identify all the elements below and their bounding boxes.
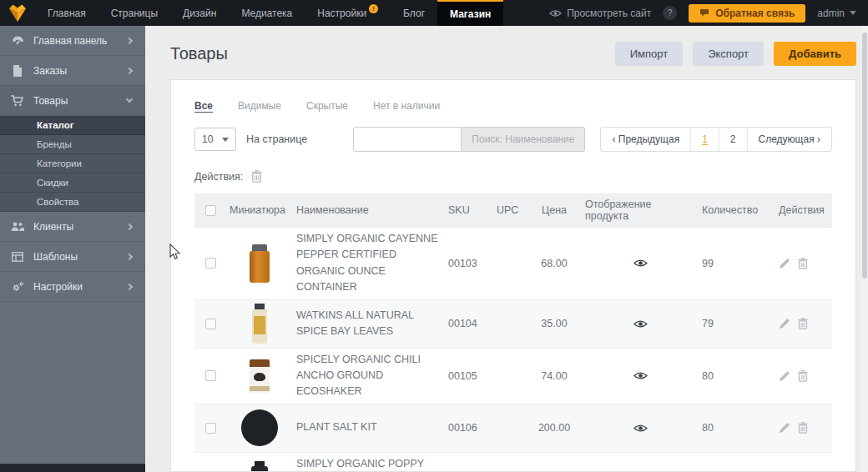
templates-icon [11, 252, 24, 262]
page-title: Товары [170, 44, 228, 63]
products-submenu: Каталог Бренды Категории Скидки Свойства [0, 116, 145, 212]
scrollbar-thumb[interactable] [862, 33, 867, 279]
delete-trash-icon[interactable] [798, 422, 808, 434]
sidebar-item-products[interactable]: Товары [0, 86, 145, 116]
visibility-eye-icon[interactable] [633, 371, 648, 380]
bulk-delete-button[interactable] [251, 170, 262, 183]
submenu-item-properties[interactable]: Свойства [0, 193, 145, 212]
pagination-next[interactable]: Следующая › [747, 128, 831, 151]
edit-pencil-icon[interactable] [779, 370, 790, 382]
logo[interactable] [0, 0, 35, 26]
delete-trash-icon[interactable] [798, 318, 808, 329]
help-button[interactable]: ? [663, 6, 677, 20]
view-site-link[interactable]: Просмотреть сайт [549, 8, 651, 19]
chevron-right-icon [126, 223, 133, 229]
edit-pencil-icon[interactable] [779, 318, 790, 329]
sidebar-item-label: Товары [33, 95, 118, 107]
view-site-label: Просмотреть сайт [567, 8, 651, 19]
col-header-price: Цена [527, 201, 582, 219]
product-thumbnail[interactable] [252, 304, 267, 344]
tab-visible[interactable]: Видимые [238, 100, 281, 112]
main-content: Товары Импорт Экспорт Добавить Все Видим… [145, 26, 868, 472]
nav-item-design[interactable]: Дизайн [170, 0, 229, 26]
row-checkbox[interactable] [205, 423, 216, 434]
product-thumbnail[interactable] [251, 461, 268, 472]
delete-trash-icon[interactable] [798, 370, 808, 382]
customers-icon [11, 221, 24, 232]
tab-all[interactable]: Все [194, 100, 213, 112]
add-button[interactable]: Добавить [774, 42, 856, 66]
select-all-checkbox[interactable] [205, 205, 216, 216]
col-header-quantity: Количество [699, 201, 775, 219]
cart-icon [11, 95, 24, 107]
sidebar-item-dashboard[interactable]: Главная панель [0, 26, 145, 56]
pagination-prev[interactable]: ‹ Предыдущая [601, 128, 690, 151]
tab-hidden[interactable]: Скрытые [306, 100, 348, 112]
feedback-button[interactable]: Обратная связь [689, 4, 805, 23]
eye-icon [549, 9, 562, 18]
product-thumbnail[interactable] [241, 409, 278, 446]
sidebar-footer[interactable] [0, 464, 145, 472]
col-header-display: Отображение продукта [582, 195, 699, 225]
col-header-sku: SKU [445, 201, 493, 219]
col-header-name: Наименование [293, 201, 445, 219]
product-thumbnail[interactable] [249, 244, 270, 283]
settings-gears-icon [11, 281, 24, 293]
per-page-select[interactable]: 10 [194, 128, 236, 151]
export-button[interactable]: Экспорт [693, 42, 764, 66]
chevron-right-icon [126, 253, 133, 259]
product-name: SIMPLY ORGANIC CAYENNE PEPPER CERTIFIED … [293, 228, 445, 299]
submenu-item-discounts[interactable]: Скидки [0, 173, 145, 193]
edit-pencil-icon[interactable] [779, 422, 790, 434]
product-sku: 00104 [445, 314, 493, 333]
col-header-thumbnail: Миниатюра [226, 201, 293, 219]
submenu-item-brands[interactable]: Бренды [0, 135, 145, 154]
product-name: SIMPLY ORGANIC POPPY SEED WHOLE CERTIFIE… [293, 453, 445, 472]
nav-item-home[interactable]: Главная [35, 0, 98, 26]
submenu-item-catalog[interactable]: Каталог [0, 116, 145, 135]
trash-icon [251, 170, 262, 183]
import-button[interactable]: Импорт [615, 42, 683, 66]
row-checkbox[interactable] [205, 319, 216, 329]
vertical-scrollbar[interactable] [861, 26, 868, 472]
top-navbar: Главная Страницы Дизайн Медиатека Настро… [0, 0, 868, 26]
tab-out-of-stock[interactable]: Нет в наличии [373, 100, 440, 112]
nav-item-pages[interactable]: Страницы [98, 0, 170, 26]
sidebar-item-label: Клиенты [33, 221, 118, 233]
username: admin [817, 8, 845, 19]
search-button[interactable]: Поиск: Наименование [462, 127, 585, 152]
navbar-right: Просмотреть сайт ? Обратная связь admin [549, 0, 868, 26]
sidebar-item-settings[interactable]: Настройки [0, 272, 145, 302]
row-checkbox[interactable] [205, 370, 216, 381]
admin-screen: Главная Страницы Дизайн Медиатека Настро… [0, 0, 868, 472]
pagination-page-1[interactable]: 1 [690, 128, 719, 151]
product-quantity: 80 [699, 419, 775, 437]
pagination-page-2[interactable]: 2 [719, 128, 747, 151]
search-input[interactable] [353, 127, 462, 152]
heart-logo-icon [7, 3, 28, 23]
submenu-item-label: Категории [37, 158, 82, 168]
sidebar-item-templates[interactable]: Шаблоны [0, 242, 145, 272]
nav-item-settings[interactable]: Настройки! [305, 0, 391, 26]
nav-item-shop[interactable]: Магазин [437, 0, 503, 26]
visibility-eye-icon[interactable] [633, 259, 648, 268]
sidebar-item-customers[interactable]: Клиенты [0, 212, 145, 242]
nav-item-label: Настройки [317, 8, 366, 19]
visibility-eye-icon[interactable] [633, 424, 648, 433]
visibility-eye-icon[interactable] [633, 319, 648, 329]
edit-pencil-icon[interactable] [779, 258, 790, 269]
row-checkbox[interactable] [205, 258, 216, 269]
sidebar-item-orders[interactable]: Заказы [0, 56, 145, 86]
nav-item-blog[interactable]: Блог [391, 0, 437, 26]
sidebar-item-label: Шаблоны [33, 251, 118, 263]
delete-trash-icon[interactable] [798, 258, 808, 269]
submenu-item-categories[interactable]: Категории [0, 154, 145, 173]
bulk-actions: Действия: [194, 170, 832, 183]
product-price: 68.00 [527, 254, 582, 273]
chevron-right-icon [126, 283, 133, 289]
submenu-item-label: Свойства [37, 197, 79, 207]
product-thumbnail[interactable] [250, 359, 270, 393]
nav-item-media[interactable]: Медиатека [229, 0, 305, 26]
user-menu[interactable]: admin [817, 8, 856, 19]
table-header-row: Миниатюра Наименование SKU UPC Цена Отоб… [194, 193, 832, 227]
